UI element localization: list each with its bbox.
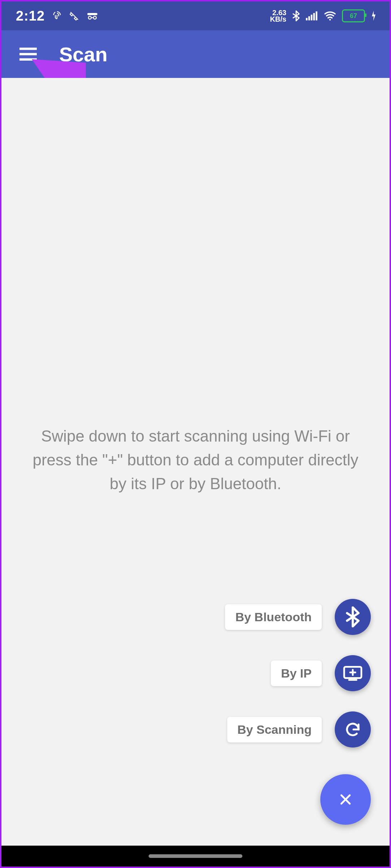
svg-rect-4 — [306, 18, 308, 21]
data-speed-unit: KB/s — [270, 16, 286, 22]
fingerprint-icon — [52, 11, 62, 21]
satellite-off-icon — [69, 11, 79, 21]
hamburger-menu-button[interactable] — [17, 43, 39, 65]
battery-percentage: 67 — [350, 12, 357, 20]
svg-rect-6 — [311, 15, 313, 21]
svg-rect-11 — [19, 53, 37, 55]
close-icon — [338, 792, 353, 807]
svg-point-2 — [93, 16, 96, 19]
bluetooth-icon — [345, 606, 361, 627]
speed-dial-label-bluetooth[interactable]: By Bluetooth — [225, 604, 322, 630]
system-nav-bar — [1, 846, 390, 867]
speed-dial-label-scan[interactable]: By Scanning — [227, 717, 322, 742]
status-right: 2.63 KB/s — [270, 9, 377, 22]
charging-icon — [371, 11, 377, 21]
status-clock: 2:12 — [16, 8, 45, 24]
speed-dial-button-bluetooth[interactable] — [335, 599, 371, 635]
hamburger-icon — [19, 48, 37, 61]
battery-icon: 67 — [342, 9, 365, 22]
page-title: Scan — [59, 43, 107, 66]
bluetooth-icon — [292, 10, 300, 21]
svg-rect-0 — [87, 13, 97, 15]
screen: 2:12 — [1, 1, 390, 867]
speed-dial-close-button[interactable] — [320, 774, 371, 825]
add-monitor-icon — [343, 665, 363, 681]
status-bar: 2:12 — [1, 1, 390, 30]
speed-dial-button-ip[interactable] — [335, 655, 371, 691]
content-area[interactable]: Swipe down to start scanning using Wi-Fi… — [1, 78, 390, 846]
status-left: 2:12 — [16, 8, 98, 24]
svg-rect-10 — [19, 48, 37, 50]
svg-point-1 — [88, 16, 91, 19]
svg-point-9 — [329, 19, 331, 20]
incognito-icon — [87, 11, 98, 21]
svg-rect-5 — [308, 16, 310, 20]
speed-dial-item-ip: By IP — [271, 655, 371, 691]
svg-rect-8 — [316, 12, 317, 21]
speed-dial-label-ip[interactable]: By IP — [271, 661, 322, 686]
speed-dial: By Bluetooth By IP — [225, 599, 371, 825]
svg-rect-7 — [313, 13, 315, 20]
svg-rect-12 — [19, 58, 37, 61]
empty-state-message: Swipe down to start scanning using Wi-Fi… — [23, 424, 368, 496]
refresh-icon — [344, 721, 361, 738]
app-bar: Scan — [1, 30, 390, 78]
speed-dial-item-bluetooth: By Bluetooth — [225, 599, 371, 635]
data-speed-indicator: 2.63 KB/s — [270, 9, 286, 22]
device-frame: 2:12 — [0, 0, 391, 868]
cell-signal-icon — [306, 11, 318, 21]
wifi-icon — [324, 11, 336, 21]
speed-dial-button-scan[interactable] — [335, 711, 371, 748]
speed-dial-item-scan: By Scanning — [227, 711, 371, 748]
gesture-handle[interactable] — [149, 854, 242, 858]
